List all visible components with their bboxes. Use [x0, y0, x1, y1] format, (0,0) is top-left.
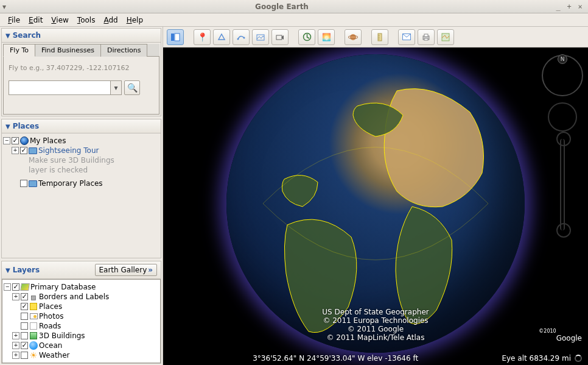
menu-edit[interactable]: Edit: [24, 15, 47, 26]
expander-icon[interactable]: +: [12, 332, 19, 339]
search-button[interactable]: 🔍: [124, 80, 140, 95]
tab-find-businesses[interactable]: Find Businesses: [35, 44, 101, 57]
checkbox[interactable]: [12, 137, 19, 144]
search-panel: ▼ Search Fly To Find Businesses Directio…: [1, 28, 161, 116]
attribution-line: © 2011 Google: [163, 325, 588, 333]
maximize-button[interactable]: +: [564, 1, 575, 12]
expander-icon[interactable]: +: [12, 147, 19, 154]
buildings-icon: [29, 331, 38, 340]
close-button[interactable]: ×: [575, 1, 586, 12]
historical-imagery-button[interactable]: [298, 29, 315, 45]
window-title: Google Earth: [11, 2, 553, 11]
ocean-icon: [29, 341, 38, 350]
menu-add[interactable]: Add: [99, 15, 122, 26]
svg-point-3: [237, 38, 239, 40]
tree-row-places[interactable]: Places: [4, 302, 159, 311]
search-icon: 🔍: [127, 83, 138, 93]
loading-icon: [575, 355, 582, 362]
record-tour-button[interactable]: [271, 29, 289, 45]
tree-row-3d-buildings[interactable]: + 3D Buildings: [4, 331, 159, 341]
attribution-line: © 2011 Europa Technologies: [163, 316, 588, 325]
planets-button[interactable]: [345, 29, 362, 45]
node-label: Primary Database: [30, 283, 96, 291]
toolbar: 📍 🌅: [163, 27, 588, 48]
checkbox[interactable]: [20, 147, 27, 154]
checkbox[interactable]: [20, 180, 27, 187]
sunlight-button[interactable]: 🌅: [318, 29, 335, 45]
earth-gallery-label: Earth Gallery: [99, 266, 147, 274]
logo-year: ©2010: [539, 328, 556, 334]
earth-gallery-button[interactable]: Earth Gallery »: [95, 264, 158, 276]
ruler-button[interactable]: [371, 29, 388, 45]
tab-directions[interactable]: Directions: [100, 44, 147, 57]
add-path-button[interactable]: [233, 29, 250, 45]
tree-row-my-places[interactable]: − My Places: [3, 136, 159, 146]
folder-icon: [29, 179, 37, 188]
tree-row-temporary[interactable]: Temporary Places: [3, 179, 159, 188]
node-label: Borders and Labels: [39, 292, 109, 301]
places-panel-header[interactable]: ▼ Places: [2, 119, 161, 133]
nav-zoom-slider[interactable]: [560, 139, 565, 230]
status-bar: 3°36'52.64" N 24°59'33.04" W elev -13646…: [163, 354, 588, 363]
checkbox[interactable]: [21, 313, 28, 320]
weather-icon: ☀: [29, 351, 38, 360]
borders-icon: ▨: [29, 292, 38, 301]
map-viewport[interactable]: US Dept of State Geographer © 2011 Europ…: [163, 48, 588, 365]
add-image-overlay-button[interactable]: [252, 29, 269, 45]
menu-file[interactable]: File: [4, 15, 24, 26]
tree-row-sightseeing[interactable]: + Sightseeing Tour: [3, 146, 159, 155]
search-panel-header[interactable]: ▼ Search: [2, 29, 161, 43]
system-menu-icon[interactable]: ▾: [2, 2, 11, 11]
svg-rect-6: [276, 35, 282, 40]
expander-icon[interactable]: +: [12, 293, 19, 300]
places-icon: [29, 302, 38, 311]
expander-icon[interactable]: −: [4, 283, 11, 291]
main-area: 📍 🌅: [163, 27, 588, 365]
checkbox[interactable]: [21, 293, 28, 300]
svg-point-4: [243, 37, 245, 38]
print-button[interactable]: [418, 29, 435, 45]
checkbox[interactable]: [21, 352, 28, 359]
tab-flyto[interactable]: Fly To: [3, 44, 35, 57]
nav-compass[interactable]: [542, 55, 583, 96]
expander-icon[interactable]: −: [3, 137, 10, 144]
flyto-combo[interactable]: ▾: [9, 80, 122, 95]
expander-icon[interactable]: +: [12, 342, 19, 349]
checkbox[interactable]: [21, 332, 28, 339]
checkbox[interactable]: [21, 322, 28, 330]
layers-panel-header[interactable]: ▼ Layers Earth Gallery »: [2, 261, 161, 279]
sidebar: ▼ Search Fly To Find Businesses Directio…: [0, 27, 163, 365]
node-label: 3D Buildings: [39, 331, 85, 340]
minimize-button[interactable]: _: [553, 1, 564, 12]
tree-row-borders[interactable]: + ▨ Borders and Labels: [4, 292, 159, 302]
menu-view[interactable]: View: [47, 15, 72, 26]
tree-row-primary-db[interactable]: − Primary Database: [4, 282, 159, 292]
menu-tools[interactable]: Tools: [73, 15, 100, 26]
expander-icon[interactable]: +: [12, 352, 19, 359]
checkbox[interactable]: [21, 342, 28, 349]
checkbox[interactable]: [21, 303, 28, 310]
flyto-dropdown-icon[interactable]: ▾: [110, 81, 121, 94]
collapse-icon: ▼: [5, 32, 10, 39]
collapse-icon: ▼: [5, 123, 10, 130]
tree-hint-row: layer is checked: [3, 165, 159, 175]
menu-help[interactable]: Help: [122, 15, 147, 26]
tree-row-ocean[interactable]: + Ocean: [4, 341, 159, 350]
node-label: Weather: [39, 351, 70, 360]
svg-rect-1: [175, 34, 180, 41]
email-button[interactable]: [398, 29, 415, 45]
nav-pan[interactable]: [548, 102, 577, 132]
add-placemark-button[interactable]: 📍: [194, 29, 211, 45]
tree-row-roads[interactable]: Roads: [4, 321, 159, 331]
add-polygon-button[interactable]: [213, 29, 230, 45]
view-in-maps-button[interactable]: [437, 29, 454, 45]
checkbox[interactable]: [12, 283, 19, 291]
flyto-hint: Fly to e.g., 37.407229, -122.107162: [9, 64, 154, 72]
tree-row-photos[interactable]: Photos: [4, 311, 159, 321]
toggle-sidebar-button[interactable]: [167, 29, 184, 45]
flyto-input[interactable]: [9, 82, 110, 94]
menubar: File Edit View Tools Add Help: [0, 13, 588, 27]
tree-row-weather[interactable]: + ☀ Weather: [4, 350, 159, 360]
photos-icon: [29, 312, 38, 321]
node-label: Places: [39, 302, 62, 311]
